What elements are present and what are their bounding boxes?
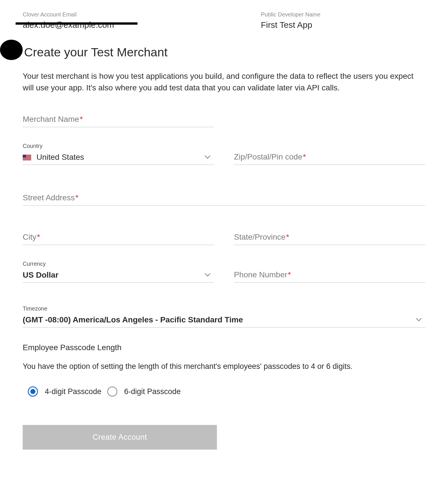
- passcode-section-title: Employee Passcode Length: [23, 343, 425, 352]
- us-flag-icon: [23, 155, 31, 160]
- timezone-value: (GMT -08:00) America/Los Angeles - Pacif…: [23, 315, 243, 324]
- page-container: Clover Account Email alex.doe@example.co…: [23, 11, 425, 450]
- header-email-col: Clover Account Email alex.doe@example.co…: [23, 11, 164, 30]
- country-value: United States: [36, 153, 84, 161]
- timezone-select[interactable]: (GMT -08:00) America/Los Angeles - Pacif…: [23, 314, 425, 327]
- currency-field: Currency US Dollar: [23, 261, 214, 283]
- passcode-6digit-option[interactable]: 6-digit Passcode: [107, 386, 181, 397]
- radio-icon: [28, 386, 38, 397]
- phone-input[interactable]: [234, 269, 425, 283]
- street-input[interactable]: [23, 192, 425, 206]
- phone-field: Phone Number*: [234, 269, 425, 283]
- street-field: Street Address*: [23, 192, 425, 206]
- state-field: State/Province*: [234, 231, 425, 245]
- country-field: Country United States: [23, 143, 214, 165]
- chevron-down-icon: [416, 318, 422, 323]
- passcode-section-desc: You have the option of setting the lengt…: [23, 362, 425, 371]
- merchant-name-field: Merchant Name*: [23, 113, 214, 127]
- header-devname-col: Public Developer Name First Test App: [261, 11, 403, 30]
- timezone-field: Timezone (GMT -08:00) America/Los Angele…: [23, 305, 425, 327]
- redaction-bar: [16, 22, 138, 25]
- passcode-6digit-label: 6-digit Passcode: [124, 387, 181, 396]
- devname-value: First Test App: [261, 20, 403, 30]
- city-field: City*: [23, 231, 214, 245]
- country-label: Country: [23, 143, 214, 149]
- city-input[interactable]: [23, 231, 214, 245]
- email-label: Clover Account Email: [23, 11, 164, 18]
- email-value: alex.doe@example.com: [23, 20, 164, 30]
- country-select[interactable]: United States: [23, 151, 214, 165]
- chevron-down-icon: [204, 273, 211, 278]
- passcode-4digit-label: 4-digit Passcode: [45, 387, 102, 396]
- devname-label: Public Developer Name: [261, 11, 403, 18]
- currency-value: US Dollar: [23, 271, 58, 279]
- merchant-name-input[interactable]: [23, 113, 214, 127]
- radio-icon: [107, 386, 117, 397]
- zip-field: Zip/Postal/Pin code*: [234, 151, 425, 165]
- page-title: Create your Test Merchant: [24, 45, 425, 59]
- currency-label: Currency: [23, 261, 214, 267]
- page-description: Your test merchant is how you test appli…: [23, 71, 425, 93]
- timezone-label: Timezone: [23, 305, 425, 312]
- create-account-button[interactable]: Create Account: [23, 425, 217, 450]
- header-row: Clover Account Email alex.doe@example.co…: [23, 11, 425, 30]
- currency-select[interactable]: US Dollar: [23, 269, 214, 283]
- passcode-4digit-option[interactable]: 4-digit Passcode: [28, 386, 102, 397]
- passcode-radio-group: 4-digit Passcode 6-digit Passcode: [28, 386, 425, 397]
- state-input[interactable]: [234, 231, 425, 245]
- chevron-down-icon: [204, 155, 211, 160]
- create-merchant-form: Merchant Name* Country United States: [23, 113, 425, 450]
- zip-input[interactable]: [234, 151, 425, 165]
- redaction-blob: [0, 40, 23, 60]
